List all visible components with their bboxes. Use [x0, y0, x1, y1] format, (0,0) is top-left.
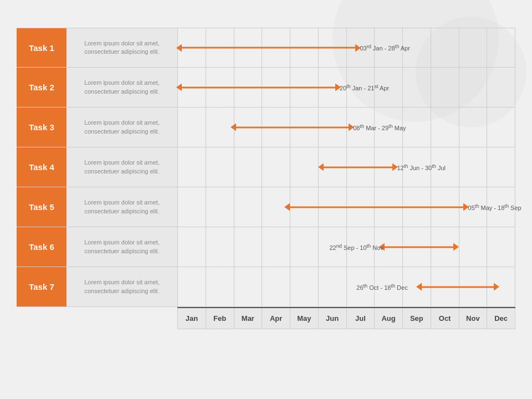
- gantt-cell: [234, 187, 263, 227]
- task-desc: Lorem ipsum dolor sit amet, consectetuer…: [66, 187, 177, 227]
- bar-label: 08th Mar - 29th May: [353, 123, 406, 131]
- gantt-cell: [403, 68, 431, 107]
- gantt-cell: [177, 267, 206, 306]
- task-desc: Lorem ipsum dolor sit amet, consectetuer…: [66, 227, 177, 267]
- task-name: Task 6: [17, 227, 66, 267]
- gantt-cell: [177, 108, 206, 147]
- gantt-bar: [235, 126, 350, 128]
- gantt-row: 20th Jan - 21st Apr: [177, 68, 515, 108]
- gantt-row: 08th Mar - 29th May: [177, 108, 515, 147]
- bar-label: 12th Jun - 30th Jul: [397, 163, 446, 171]
- task-desc: Lorem ipsum dolor sit amet, consectetuer…: [66, 68, 177, 107]
- gantt-bar: [421, 286, 495, 288]
- bar-label: 26th Oct - 18th Dec: [356, 283, 407, 291]
- month-cell: Dec: [487, 308, 515, 329]
- gantt-cell: [290, 267, 319, 306]
- task-label-row: Task 5Lorem ipsum dolor sit amet, consec…: [17, 187, 177, 227]
- gantt-cell: [431, 68, 459, 107]
- gantt-row: 12th Jun - 30th Jul: [177, 147, 515, 187]
- month-cell: Mar: [234, 308, 263, 329]
- task-label-row: Task 3Lorem ipsum dolor sit amet, consec…: [17, 108, 177, 147]
- task-name: Task 1: [17, 28, 66, 67]
- task-name: Task 7: [17, 267, 66, 306]
- gantt-cell: [177, 147, 206, 187]
- gantt-bar: [181, 86, 336, 88]
- month-cell: Sep: [403, 308, 431, 329]
- month-cell: Oct: [431, 308, 459, 329]
- page: Task 1Lorem ipsum dolor sit amet, consec…: [0, 0, 532, 399]
- gantt-grid: 03rd Jan - 28th Apr20th Jan - 21st Apr08…: [177, 28, 515, 329]
- gantt-cell: [234, 267, 263, 306]
- month-cell: May: [290, 308, 319, 329]
- task-name: Task 2: [17, 68, 66, 107]
- gantt-rows: 03rd Jan - 28th Apr20th Jan - 21st Apr08…: [177, 28, 515, 307]
- bar-label: 22nd Sep - 10th Nov: [330, 243, 383, 251]
- task-name: Task 5: [17, 187, 66, 227]
- gantt-row: 05th May - 18th Sep: [177, 187, 515, 227]
- gantt-cell: [262, 267, 290, 306]
- task-name: Task 4: [17, 147, 66, 187]
- month-cell: Aug: [375, 308, 403, 329]
- bar-label: 05th May - 18th Sep: [468, 203, 521, 211]
- gantt-cell: [206, 147, 234, 187]
- gantt-cell: [290, 227, 319, 267]
- gantt-cell: [487, 68, 515, 107]
- month-cell: Feb: [206, 308, 234, 329]
- month-cell: Jul: [347, 308, 375, 329]
- task-labels: Task 1Lorem ipsum dolor sit amet, consec…: [17, 28, 177, 329]
- gantt-cell: [459, 147, 488, 187]
- task-label-row: Task 4Lorem ipsum dolor sit amet, consec…: [17, 147, 177, 187]
- task-desc: Lorem ipsum dolor sit amet, consectetuer…: [66, 267, 177, 306]
- gantt-cell: [319, 267, 347, 306]
- month-cell: Jun: [319, 308, 347, 329]
- gantt-cell: [234, 227, 263, 267]
- gantt-cell: [487, 227, 515, 267]
- gantt-cell: [431, 108, 459, 147]
- gantt-cell: [431, 28, 459, 67]
- gantt-bar: [383, 246, 454, 248]
- month-cell: Apr: [262, 308, 290, 329]
- gantt-cell: [206, 227, 234, 267]
- month-cell: Jan: [177, 308, 206, 329]
- gantt-bar: [289, 206, 464, 208]
- gantt-cell: [234, 147, 263, 187]
- task-desc: Lorem ipsum dolor sit amet, consectetuer…: [66, 28, 177, 67]
- gantt-cell: [487, 28, 515, 67]
- gantt-cell: [206, 267, 234, 306]
- gantt-row: 26th Oct - 18th Dec: [177, 267, 515, 307]
- month-header: JanFebMarAprMayJunJulAugSepOctNovDec: [177, 307, 515, 329]
- task-name: Task 3: [17, 108, 66, 147]
- task-desc: Lorem ipsum dolor sit amet, consectetuer…: [66, 147, 177, 187]
- gantt-cell: [459, 227, 488, 267]
- bar-label: 03rd Jan - 28th Apr: [360, 44, 410, 52]
- chart-container: Task 1Lorem ipsum dolor sit amet, consec…: [17, 28, 515, 329]
- task-desc: Lorem ipsum dolor sit amet, consectetuer…: [66, 108, 177, 147]
- task-label-row: Task 6Lorem ipsum dolor sit amet, consec…: [17, 227, 177, 267]
- gantt-cell: [290, 147, 319, 187]
- gantt-bar: [181, 47, 356, 49]
- gantt-cell: [459, 28, 488, 67]
- gantt-row: 03rd Jan - 28th Apr: [177, 28, 515, 68]
- gantt-cell: [262, 227, 290, 267]
- gantt-cell: [459, 68, 488, 107]
- task-label-row: Task 2Lorem ipsum dolor sit amet, consec…: [17, 68, 177, 108]
- gantt-cell: [206, 187, 234, 227]
- gantt-cell: [177, 227, 206, 267]
- gantt-cell: [487, 147, 515, 187]
- task-label-row: Task 7Lorem ipsum dolor sit amet, consec…: [17, 267, 177, 307]
- gantt-row: 22nd Sep - 10th Nov: [177, 227, 515, 267]
- gantt-cell: [487, 108, 515, 147]
- gantt-bar: [323, 166, 393, 168]
- gantt-cell: [403, 108, 431, 147]
- gantt-cell: [177, 187, 206, 227]
- task-label-row: Task 1Lorem ipsum dolor sit amet, consec…: [17, 28, 177, 68]
- gantt-cell: [459, 108, 488, 147]
- gantt-cell: [262, 147, 290, 187]
- month-cell: Nov: [459, 308, 488, 329]
- bar-label: 20th Jan - 21st Apr: [340, 83, 389, 91]
